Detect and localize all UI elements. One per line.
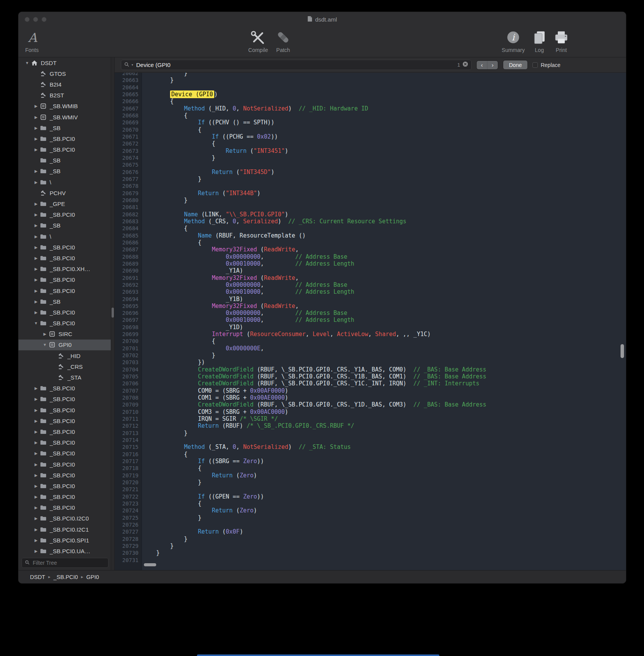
code-line[interactable]: 20695 Memory32Fixed (ReadWrite,	[115, 303, 626, 310]
breadcrumb-item[interactable]: DSDT	[30, 574, 45, 580]
sidebar-item-sb[interactable]: _SB	[18, 155, 111, 166]
sidebar-item-sb[interactable]: ▶_SB	[18, 122, 111, 133]
sidebar-item-sb-pci0[interactable]: ▶_SB.PCI0	[18, 480, 111, 491]
code-line[interactable]: 20726	[115, 521, 626, 528]
sidebar-item-sb-pci0[interactable]: ▶_SB.PCI0	[18, 383, 111, 394]
code-line[interactable]: 20708 COM1 = (SBRG + 0x00AE0000)	[115, 394, 626, 401]
sidebar-item-crs[interactable]: _CRS	[18, 361, 111, 372]
code-line[interactable]: 20694 _Y1B)	[115, 296, 626, 303]
code-line[interactable]: 20722 If ((GPEN == Zero))	[115, 493, 626, 500]
sidebar-item-pchv[interactable]: PCHV	[18, 187, 111, 198]
code-line[interactable]: 20699 Interrupt (ResourceConsumer, Level…	[115, 331, 626, 338]
disclosure-open-icon[interactable]: ▼	[24, 61, 30, 65]
code-line[interactable]: 20674 }	[115, 154, 626, 161]
sidebar-item-sb-pci0[interactable]: ▶_SB.PCI0	[18, 492, 111, 502]
done-button[interactable]: Done	[503, 60, 528, 70]
disclosure-closed-icon[interactable]: ▶	[33, 408, 39, 412]
sidebar-item-sb-pci0[interactable]: ▶_SB.PCI0	[18, 242, 111, 253]
code-line[interactable]: 20671 If ((PCHG == 0x02))	[115, 133, 626, 140]
sidebar-item-gpi0[interactable]: ▼GPI0	[18, 340, 111, 350]
disclosure-open-icon[interactable]: ▼	[33, 321, 39, 325]
code-line[interactable]: 20673 Return ("INT3451")	[115, 147, 626, 154]
disclosure-closed-icon[interactable]: ▶	[33, 473, 39, 477]
code-line[interactable]: 20675	[115, 161, 626, 168]
splitter-handle[interactable]	[112, 308, 114, 318]
replace-checkbox[interactable]	[532, 62, 538, 68]
code-line[interactable]: 20727 Return (0x0F)	[115, 528, 626, 535]
disclosure-closed-icon[interactable]: ▶	[33, 213, 39, 217]
pane-splitter[interactable]	[111, 57, 115, 570]
code-line[interactable]: 20731	[115, 557, 626, 564]
code-line[interactable]: 20668 {	[115, 112, 626, 119]
summary-button[interactable]: i Summary	[498, 29, 529, 53]
disclosure-closed-icon[interactable]: ▶	[33, 180, 39, 184]
disclosure-closed-icon[interactable]: ▶	[33, 234, 39, 239]
sidebar-item-sirc[interactable]: ▶SIRC	[18, 329, 111, 340]
code-line[interactable]: 20677 }	[115, 176, 626, 182]
disclosure-closed-icon[interactable]: ▶	[33, 549, 39, 553]
sidebar-item-sb-pci0[interactable]: ▶_SB.PCI0	[18, 502, 111, 513]
code-line[interactable]: 20680 }	[115, 197, 626, 204]
find-input[interactable]	[135, 61, 455, 69]
code-line[interactable]: 20685 Name (RBUF, ResourceTemplate ()	[115, 232, 626, 239]
disclosure-closed-icon[interactable]: ▶	[33, 115, 39, 119]
code-line[interactable]: 20715 Method (_STA, 0, NotSerialized) //…	[115, 443, 626, 450]
sidebar-item-sb-pci0-i2c0[interactable]: ▶_SB.PCI0.I2C0	[18, 513, 111, 524]
code-line[interactable]: 20663 }	[115, 77, 626, 84]
disclosure-closed-icon[interactable]: ▶	[33, 484, 39, 488]
sidebar-item-sb-pci0[interactable]: ▼_SB.PCI0	[18, 318, 111, 329]
code-line[interactable]: 20728 }	[115, 536, 626, 542]
search-menu-chevron-icon[interactable]: ▾	[132, 63, 133, 67]
sidebar-item-gtos[interactable]: GTOS	[18, 68, 111, 79]
code-line[interactable]: 20724 Return (Zero)	[115, 507, 626, 514]
sidebar-item-sb-pci0[interactable]: ▶_SB.PCI0	[18, 285, 111, 296]
sidebar-item-sb-pci0[interactable]: ▶_SB.PCI0	[18, 448, 111, 459]
code-line[interactable]: 20676 Return ("INT345D")	[115, 169, 626, 176]
disclosure-closed-icon[interactable]: ▶	[33, 462, 39, 467]
disclosure-closed-icon[interactable]: ▶	[33, 202, 39, 206]
code-line[interactable]: 20682 Name (LINK, "\\_SB.PCI0.GPI0")	[115, 211, 626, 218]
filter-tree-field[interactable]	[22, 558, 108, 568]
code-line[interactable]: 20704 CreateDWordField (RBUF, \_SB.PCI0.…	[115, 366, 626, 373]
code-line[interactable]: 20701 0x0000000E,	[115, 345, 626, 352]
code-line[interactable]: 20716 {	[115, 451, 626, 458]
search-icon[interactable]	[124, 62, 129, 69]
fonts-button[interactable]: A Fonts	[18, 29, 45, 53]
disclosure-closed-icon[interactable]: ▶	[33, 245, 39, 249]
disclosure-closed-icon[interactable]: ▶	[33, 267, 39, 271]
code-line[interactable]: 20729 }	[115, 542, 626, 549]
disclosure-closed-icon[interactable]: ▶	[33, 495, 39, 499]
code-editor[interactable]: 20662 }20663 }2066420665 Device (GPI0)20…	[115, 73, 626, 570]
code-line[interactable]: 20669 If ((PCHV () == SPTH))	[115, 119, 626, 126]
sidebar-item-sb-pci0[interactable]: ▶_SB.PCI0	[18, 437, 111, 448]
code-line[interactable]: 20703 })	[115, 359, 626, 366]
code-line[interactable]: 20692 0x00000000, // Address Base	[115, 281, 626, 288]
find-previous-button[interactable]: ‹	[477, 61, 487, 69]
code-line[interactable]: 20730 }	[115, 549, 626, 556]
find-next-button[interactable]: ›	[487, 61, 498, 69]
sidebar-item-sb-pci0[interactable]: ▶_SB.PCI0	[18, 405, 111, 415]
code-line[interactable]: 20720 }	[115, 479, 626, 486]
disclosure-closed-icon[interactable]: ▶	[33, 310, 39, 315]
code-line[interactable]: 20710 COM3 = (SBRG + 0x00AC0000)	[115, 408, 626, 415]
code-line[interactable]: 20697 0x00010000, // Address Length	[115, 316, 626, 323]
clear-search-icon[interactable]	[462, 61, 468, 69]
filter-tree-input[interactable]	[32, 559, 105, 566]
code-line[interactable]: 20664	[115, 84, 626, 91]
code-line[interactable]: 20707 COM0 = (SBRG + 0x00AF0000)	[115, 387, 626, 394]
sidebar-item-sb-pci0[interactable]: ▶_SB.PCI0	[18, 209, 111, 220]
code-line[interactable]: 20711 IRQN = SGIR /* \SGIR */	[115, 415, 626, 422]
sidebar-item-sb-pci0[interactable]: ▶_SB.PCI0	[18, 426, 111, 437]
disclosure-closed-icon[interactable]: ▶	[33, 104, 39, 108]
code-line[interactable]: 20723 {	[115, 500, 626, 507]
sidebar-item-sb-pci0[interactable]: ▶_SB.PCI0	[18, 307, 111, 318]
sidebar-item-sb[interactable]: ▶_SB	[18, 296, 111, 307]
code-line[interactable]: 20683 Method (_CRS, 0, Serialized) // _C…	[115, 218, 626, 225]
code-line[interactable]: 20714	[115, 437, 626, 443]
sidebar-item-sb-pci0[interactable]: ▶_SB.PCI0	[18, 415, 111, 426]
print-button[interactable]: Print	[548, 29, 575, 53]
sidebar-item-sta[interactable]: _STA	[18, 372, 111, 383]
code-line[interactable]: 20681	[115, 204, 626, 211]
sidebar-item-sb-pci0-spi1[interactable]: ▶_SB.PCI0.SPI1	[18, 535, 111, 546]
code-line[interactable]: 20705 CreateDWordField (RBUF, \_SB.PCI0.…	[115, 373, 626, 380]
